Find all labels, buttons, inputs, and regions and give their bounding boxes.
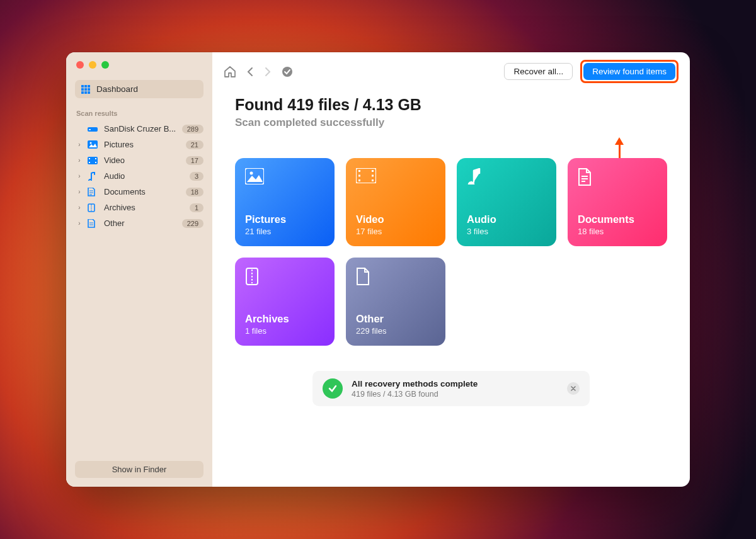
content: Found 419 files / 4.13 GB Scan completed… (212, 89, 690, 419)
window-controls (66, 52, 212, 75)
check-icon (323, 378, 343, 399)
status-text: All recovery methods complete 419 files … (352, 379, 478, 399)
category-cards: Pictures 21 files Video 17 files (235, 158, 667, 346)
page-title: Found 419 files / 4.13 GB (235, 96, 667, 114)
card-title: Archives (245, 313, 324, 325)
card-other[interactable]: Other 229 files (346, 258, 445, 346)
dismiss-status-button[interactable] (567, 382, 580, 395)
music-note-icon (467, 168, 546, 184)
page-subtitle: Scan completed successfully (235, 116, 667, 129)
sidebar-item-count: 3 (190, 172, 203, 181)
recover-all-label: Recover all... (513, 67, 563, 76)
picture-icon (88, 140, 99, 149)
toolbar: Recover all... Review found items (212, 52, 690, 89)
archive-icon (245, 268, 324, 285)
card-title: Pictures (245, 213, 324, 225)
minimize-window-button[interactable] (89, 61, 96, 69)
zoom-window-button[interactable] (101, 61, 109, 69)
sidebar-item-pictures[interactable]: › Pictures 21 (66, 137, 212, 152)
card-title: Video (356, 213, 435, 225)
chevron-right-icon: › (76, 204, 83, 211)
svg-rect-5 (89, 158, 90, 159)
svg-rect-4 (88, 157, 98, 164)
card-title: Other (356, 313, 435, 325)
sidebar-item-count: 21 (186, 140, 203, 149)
archive-icon (88, 203, 99, 212)
show-in-finder-button[interactable]: Show in Finder (75, 461, 203, 478)
chevron-right-icon: › (76, 141, 83, 148)
grid-icon (81, 85, 90, 94)
card-sub: 3 files (467, 227, 546, 236)
main-area: Recover all... Review found items Found … (212, 52, 690, 487)
card-archives[interactable]: Archives 1 files (235, 258, 335, 346)
card-pictures[interactable]: Pictures 21 files (235, 158, 335, 246)
svg-rect-16 (372, 170, 374, 172)
sidebar-item-label: Archives (104, 203, 185, 212)
device-count: 289 (182, 125, 203, 133)
sidebar-item-label: Video (104, 156, 181, 165)
svg-rect-14 (358, 170, 360, 172)
annotation-highlight: Review found items (580, 60, 679, 83)
check-circle-icon[interactable] (282, 66, 293, 77)
card-title: Documents (578, 213, 657, 225)
sidebar-item-archives[interactable]: › Archives 1 (66, 200, 212, 215)
app-window: Dashboard Scan results SanDisk Cruzer B.… (66, 52, 690, 487)
sidebar-item-label: Audio (104, 171, 185, 181)
review-found-items-button[interactable]: Review found items (583, 63, 675, 80)
forward-button (264, 67, 272, 77)
sidebar-item-documents[interactable]: › Documents 18 (66, 184, 212, 199)
sidebar-item-label: Documents (104, 187, 181, 196)
back-button[interactable] (246, 67, 254, 77)
drive-icon (88, 125, 99, 133)
svg-point-12 (250, 172, 253, 175)
card-documents[interactable]: Documents 18 files (568, 158, 667, 246)
finder-label: Show in Finder (112, 465, 167, 474)
document-icon (578, 168, 657, 186)
card-video[interactable]: Video 17 files (346, 158, 445, 246)
svg-rect-7 (95, 158, 96, 159)
file-icon (88, 219, 99, 228)
review-label: Review found items (592, 67, 667, 76)
sidebar-item-other[interactable]: › Other 229 (66, 216, 212, 230)
svg-point-10 (282, 67, 292, 77)
sidebar: Dashboard Scan results SanDisk Cruzer B.… (66, 52, 212, 487)
svg-rect-2 (88, 140, 98, 149)
home-icon[interactable] (224, 66, 236, 77)
status-title: All recovery methods complete (352, 379, 478, 389)
svg-point-3 (90, 142, 92, 144)
status-subtitle: 419 files / 4.13 GB found (352, 390, 478, 399)
chevron-right-icon: › (76, 157, 83, 164)
device-label: SanDisk Cruzer B... (104, 124, 177, 133)
svg-rect-11 (245, 168, 264, 184)
card-sub: 229 files (356, 326, 435, 336)
sidebar-item-label: Pictures (104, 140, 181, 149)
video-icon (88, 157, 99, 164)
card-sub: 17 files (356, 227, 435, 236)
sidebar-item-count: 1 (190, 203, 203, 212)
status-bar: All recovery methods complete 419 files … (312, 371, 590, 406)
sidebar-item-audio[interactable]: › Audio 3 (66, 169, 212, 183)
card-sub: 1 files (245, 326, 324, 336)
sidebar-item-video[interactable]: › Video 17 (66, 153, 212, 167)
section-label: Scan results (66, 110, 212, 121)
sidebar-device[interactable]: SanDisk Cruzer B... 289 (66, 122, 212, 136)
dashboard-button[interactable]: Dashboard (75, 80, 203, 98)
recover-all-button[interactable]: Recover all... (504, 63, 573, 80)
card-title: Audio (467, 213, 546, 225)
card-sub: 21 files (245, 227, 324, 236)
sidebar-item-count: 18 (186, 188, 203, 196)
svg-rect-18 (358, 175, 360, 177)
music-note-icon (88, 172, 99, 181)
picture-icon (245, 168, 324, 184)
svg-rect-1 (89, 129, 91, 130)
card-audio[interactable]: Audio 3 files (457, 158, 556, 246)
file-icon (356, 268, 435, 285)
card-sub: 18 files (578, 227, 657, 236)
svg-rect-8 (95, 162, 96, 163)
chevron-right-icon: › (76, 220, 83, 227)
sidebar-item-label: Other (104, 218, 177, 228)
chevron-right-icon: › (76, 173, 83, 179)
chevron-right-icon: › (76, 188, 83, 195)
document-icon (88, 188, 99, 196)
close-window-button[interactable] (76, 61, 84, 69)
